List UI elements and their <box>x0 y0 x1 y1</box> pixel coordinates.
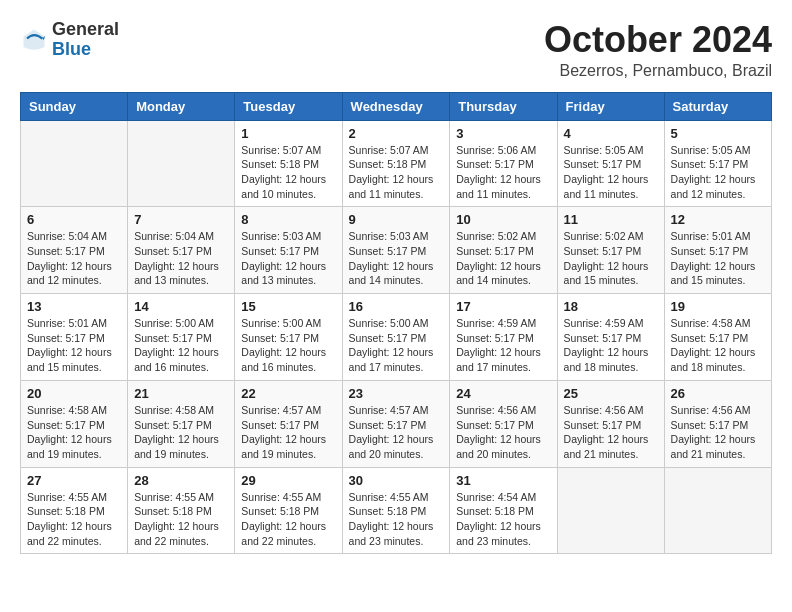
calendar-cell: 15Sunrise: 5:00 AM Sunset: 5:17 PM Dayli… <box>235 294 342 381</box>
calendar-cell: 21Sunrise: 4:58 AM Sunset: 5:17 PM Dayli… <box>128 380 235 467</box>
day-number: 13 <box>27 299 121 314</box>
day-info: Sunrise: 4:57 AM Sunset: 5:17 PM Dayligh… <box>241 403 335 462</box>
day-info: Sunrise: 5:07 AM Sunset: 5:18 PM Dayligh… <box>241 143 335 202</box>
day-number: 26 <box>671 386 765 401</box>
calendar-cell: 14Sunrise: 5:00 AM Sunset: 5:17 PM Dayli… <box>128 294 235 381</box>
day-number: 19 <box>671 299 765 314</box>
calendar-cell: 24Sunrise: 4:56 AM Sunset: 5:17 PM Dayli… <box>450 380 557 467</box>
day-number: 21 <box>134 386 228 401</box>
day-number: 5 <box>671 126 765 141</box>
calendar-cell: 27Sunrise: 4:55 AM Sunset: 5:18 PM Dayli… <box>21 467 128 554</box>
calendar-cell: 12Sunrise: 5:01 AM Sunset: 5:17 PM Dayli… <box>664 207 771 294</box>
header-day-sunday: Sunday <box>21 92 128 120</box>
calendar-cell: 16Sunrise: 5:00 AM Sunset: 5:17 PM Dayli… <box>342 294 450 381</box>
calendar-cell: 6Sunrise: 5:04 AM Sunset: 5:17 PM Daylig… <box>21 207 128 294</box>
day-number: 4 <box>564 126 658 141</box>
day-info: Sunrise: 5:04 AM Sunset: 5:17 PM Dayligh… <box>134 229 228 288</box>
day-info: Sunrise: 4:54 AM Sunset: 5:18 PM Dayligh… <box>456 490 550 549</box>
calendar-cell: 5Sunrise: 5:05 AM Sunset: 5:17 PM Daylig… <box>664 120 771 207</box>
calendar-cell: 22Sunrise: 4:57 AM Sunset: 5:17 PM Dayli… <box>235 380 342 467</box>
day-info: Sunrise: 5:02 AM Sunset: 5:17 PM Dayligh… <box>564 229 658 288</box>
calendar-cell: 31Sunrise: 4:54 AM Sunset: 5:18 PM Dayli… <box>450 467 557 554</box>
day-info: Sunrise: 5:00 AM Sunset: 5:17 PM Dayligh… <box>349 316 444 375</box>
logo-icon <box>20 26 48 54</box>
day-info: Sunrise: 4:55 AM Sunset: 5:18 PM Dayligh… <box>134 490 228 549</box>
calendar-header-row: SundayMondayTuesdayWednesdayThursdayFrid… <box>21 92 772 120</box>
day-number: 8 <box>241 212 335 227</box>
day-info: Sunrise: 5:00 AM Sunset: 5:17 PM Dayligh… <box>241 316 335 375</box>
day-number: 31 <box>456 473 550 488</box>
day-number: 3 <box>456 126 550 141</box>
calendar-week-row: 27Sunrise: 4:55 AM Sunset: 5:18 PM Dayli… <box>21 467 772 554</box>
calendar-cell: 25Sunrise: 4:56 AM Sunset: 5:17 PM Dayli… <box>557 380 664 467</box>
day-number: 2 <box>349 126 444 141</box>
day-number: 17 <box>456 299 550 314</box>
day-info: Sunrise: 4:57 AM Sunset: 5:17 PM Dayligh… <box>349 403 444 462</box>
location-title: Bezerros, Pernambuco, Brazil <box>544 62 772 80</box>
day-info: Sunrise: 5:06 AM Sunset: 5:17 PM Dayligh… <box>456 143 550 202</box>
day-number: 6 <box>27 212 121 227</box>
day-info: Sunrise: 5:05 AM Sunset: 5:17 PM Dayligh… <box>564 143 658 202</box>
day-number: 1 <box>241 126 335 141</box>
day-number: 22 <box>241 386 335 401</box>
header-day-tuesday: Tuesday <box>235 92 342 120</box>
day-info: Sunrise: 4:58 AM Sunset: 5:17 PM Dayligh… <box>27 403 121 462</box>
day-number: 10 <box>456 212 550 227</box>
day-info: Sunrise: 5:07 AM Sunset: 5:18 PM Dayligh… <box>349 143 444 202</box>
calendar-cell <box>664 467 771 554</box>
day-info: Sunrise: 5:01 AM Sunset: 5:17 PM Dayligh… <box>671 229 765 288</box>
calendar-cell: 20Sunrise: 4:58 AM Sunset: 5:17 PM Dayli… <box>21 380 128 467</box>
day-number: 24 <box>456 386 550 401</box>
day-info: Sunrise: 4:56 AM Sunset: 5:17 PM Dayligh… <box>564 403 658 462</box>
calendar-cell: 30Sunrise: 4:55 AM Sunset: 5:18 PM Dayli… <box>342 467 450 554</box>
day-info: Sunrise: 5:03 AM Sunset: 5:17 PM Dayligh… <box>349 229 444 288</box>
header-day-friday: Friday <box>557 92 664 120</box>
day-info: Sunrise: 4:58 AM Sunset: 5:17 PM Dayligh… <box>671 316 765 375</box>
calendar-cell: 10Sunrise: 5:02 AM Sunset: 5:17 PM Dayli… <box>450 207 557 294</box>
calendar-cell: 17Sunrise: 4:59 AM Sunset: 5:17 PM Dayli… <box>450 294 557 381</box>
calendar-week-row: 13Sunrise: 5:01 AM Sunset: 5:17 PM Dayli… <box>21 294 772 381</box>
day-info: Sunrise: 4:55 AM Sunset: 5:18 PM Dayligh… <box>241 490 335 549</box>
calendar-cell: 8Sunrise: 5:03 AM Sunset: 5:17 PM Daylig… <box>235 207 342 294</box>
title-area: October 2024 Bezerros, Pernambuco, Brazi… <box>544 20 772 80</box>
calendar-cell: 29Sunrise: 4:55 AM Sunset: 5:18 PM Dayli… <box>235 467 342 554</box>
calendar-cell: 28Sunrise: 4:55 AM Sunset: 5:18 PM Dayli… <box>128 467 235 554</box>
calendar-table: SundayMondayTuesdayWednesdayThursdayFrid… <box>20 92 772 555</box>
day-info: Sunrise: 4:55 AM Sunset: 5:18 PM Dayligh… <box>349 490 444 549</box>
day-number: 11 <box>564 212 658 227</box>
calendar-cell: 3Sunrise: 5:06 AM Sunset: 5:17 PM Daylig… <box>450 120 557 207</box>
logo: General Blue <box>20 20 119 60</box>
calendar-cell: 23Sunrise: 4:57 AM Sunset: 5:17 PM Dayli… <box>342 380 450 467</box>
calendar-week-row: 1Sunrise: 5:07 AM Sunset: 5:18 PM Daylig… <box>21 120 772 207</box>
day-info: Sunrise: 4:58 AM Sunset: 5:17 PM Dayligh… <box>134 403 228 462</box>
day-info: Sunrise: 4:59 AM Sunset: 5:17 PM Dayligh… <box>456 316 550 375</box>
day-number: 30 <box>349 473 444 488</box>
calendar-cell: 4Sunrise: 5:05 AM Sunset: 5:17 PM Daylig… <box>557 120 664 207</box>
day-number: 27 <box>27 473 121 488</box>
header-day-wednesday: Wednesday <box>342 92 450 120</box>
header-day-saturday: Saturday <box>664 92 771 120</box>
calendar-cell: 11Sunrise: 5:02 AM Sunset: 5:17 PM Dayli… <box>557 207 664 294</box>
calendar-cell: 7Sunrise: 5:04 AM Sunset: 5:17 PM Daylig… <box>128 207 235 294</box>
day-info: Sunrise: 4:55 AM Sunset: 5:18 PM Dayligh… <box>27 490 121 549</box>
header-day-monday: Monday <box>128 92 235 120</box>
header-day-thursday: Thursday <box>450 92 557 120</box>
day-number: 20 <box>27 386 121 401</box>
calendar-cell: 9Sunrise: 5:03 AM Sunset: 5:17 PM Daylig… <box>342 207 450 294</box>
calendar-cell: 26Sunrise: 4:56 AM Sunset: 5:17 PM Dayli… <box>664 380 771 467</box>
day-info: Sunrise: 4:59 AM Sunset: 5:17 PM Dayligh… <box>564 316 658 375</box>
calendar-cell: 2Sunrise: 5:07 AM Sunset: 5:18 PM Daylig… <box>342 120 450 207</box>
day-info: Sunrise: 5:01 AM Sunset: 5:17 PM Dayligh… <box>27 316 121 375</box>
day-info: Sunrise: 5:00 AM Sunset: 5:17 PM Dayligh… <box>134 316 228 375</box>
header: General Blue October 2024 Bezerros, Pern… <box>20 20 772 80</box>
calendar-cell: 1Sunrise: 5:07 AM Sunset: 5:18 PM Daylig… <box>235 120 342 207</box>
calendar-cell <box>128 120 235 207</box>
day-number: 14 <box>134 299 228 314</box>
day-info: Sunrise: 4:56 AM Sunset: 5:17 PM Dayligh… <box>456 403 550 462</box>
day-number: 18 <box>564 299 658 314</box>
calendar-cell <box>21 120 128 207</box>
day-number: 25 <box>564 386 658 401</box>
day-number: 28 <box>134 473 228 488</box>
day-number: 29 <box>241 473 335 488</box>
day-info: Sunrise: 5:02 AM Sunset: 5:17 PM Dayligh… <box>456 229 550 288</box>
